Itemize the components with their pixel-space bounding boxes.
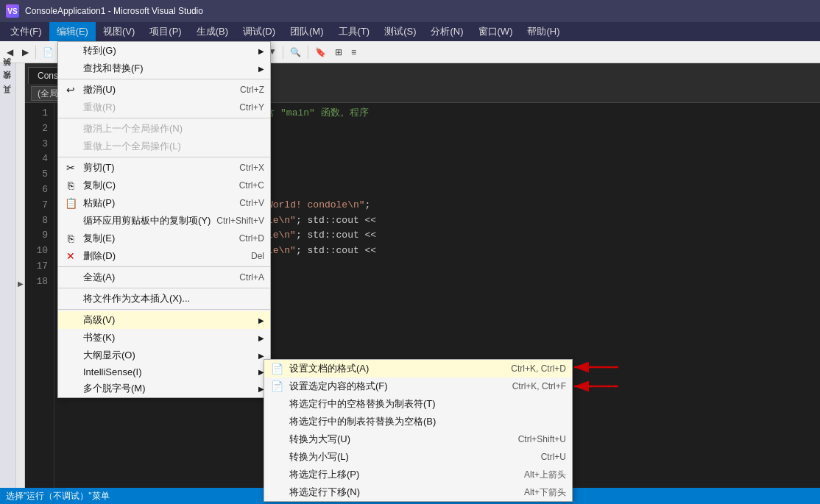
intellisense-label: IntelliSense(I) — [83, 366, 252, 377]
copy2-shortcut: Ctrl+D — [239, 233, 264, 244]
adv-spaces-to-tabs[interactable]: 将选定行中的制表符替换为空格(B) — [264, 413, 572, 430]
set-sel-format-shortcut: Ctrl+K, Ctrl+F — [512, 381, 566, 391]
bookmark-label: 书签(K) — [83, 331, 252, 344]
move-up-label: 将选定行上移(P) — [289, 468, 518, 481]
menu-divider-4 — [58, 266, 270, 267]
menu-intellisense[interactable]: IntelliSense(I) ▶ — [58, 364, 270, 380]
toolbar-sep-1 — [35, 46, 36, 59]
uppercase-shortcut: Ctrl+Shift+U — [518, 434, 566, 444]
toolbar-nav2-btn[interactable]: ≡ — [347, 45, 360, 60]
paste-shortcut: Ctrl+V — [239, 198, 264, 208]
adv-move-down[interactable]: 将选定行下移(N) Alt+下箭头 — [264, 483, 572, 501]
adv-uppercase[interactable]: 转换为大写(U) Ctrl+Shift+U — [264, 430, 572, 448]
menu-multi-caret[interactable]: 多个脱字号(M) ▶ — [58, 380, 270, 397]
paste-label: 粘贴(P) — [83, 196, 233, 210]
sidebar-tab-search[interactable]: 搜索 — [0, 79, 15, 93]
menu-outline[interactable]: 大纲显示(O) ▶ — [58, 347, 270, 364]
menu-undo[interactable]: ↩ 撤消(U) Ctrl+Z — [58, 81, 270, 99]
menu-edit[interactable]: 编辑(E) — [49, 22, 96, 41]
menu-redo[interactable]: 重做(R) Ctrl+Y — [58, 99, 270, 116]
menu-build[interactable]: 生成(B) — [189, 22, 236, 41]
advanced-label: 高级(V) — [83, 313, 252, 327]
set-doc-format-icon: 📄 — [270, 363, 283, 375]
undo-icon: ↩ — [64, 84, 77, 96]
sidebar-expand[interactable]: ▶ — [16, 63, 25, 504]
menu-undo-global[interactable]: 撤消上一个全局操作(N) — [58, 120, 270, 138]
menu-selectall[interactable]: 全选(A) Ctrl+A — [58, 269, 270, 286]
toolbar-search-btn[interactable]: 🔍 — [286, 45, 305, 60]
selectall-shortcut: Ctrl+A — [239, 272, 264, 283]
cut-icon: ✂ — [64, 162, 77, 174]
menu-copy2[interactable]: ⎘ 复制(E) Ctrl+D — [58, 230, 270, 247]
tabs-to-spaces-label: 将选定行中的空格替换为制表符(T) — [289, 397, 566, 411]
menu-delete[interactable]: ✕ 删除(D) Del — [58, 247, 270, 265]
paste-icon: 📋 — [64, 197, 77, 209]
menu-cycle-paste[interactable]: 循环应用剪贴板中的复制项(Y) Ctrl+Shift+V — [58, 212, 270, 230]
line-numbers: 1 2 3 4 5 6 7 8 9 10 17 18 — [25, 103, 54, 504]
menu-paste[interactable]: 📋 粘贴(P) Ctrl+V — [58, 194, 270, 212]
advanced-arrow-icon: ▶ — [258, 316, 264, 324]
menu-team[interactable]: 团队(M) — [283, 22, 331, 41]
findreplace-label: 查找和替换(F) — [83, 62, 252, 75]
multi-caret-label: 多个脱字号(M) — [83, 382, 252, 395]
adv-set-sel-format[interactable]: 📄 设置选定内容的格式(F) Ctrl+K, Ctrl+F — [264, 377, 572, 395]
cycle-paste-label: 循环应用剪贴板中的复制项(Y) — [83, 214, 211, 227]
copy2-icon: ⎘ — [64, 233, 77, 244]
cut-label: 剪切(T) — [83, 161, 233, 174]
menu-redo-global[interactable]: 重做上一个全局操作(L) — [58, 138, 270, 155]
toolbar-new-btn[interactable]: 📄 — [39, 45, 57, 60]
toolbar-sep-5 — [308, 46, 308, 59]
goto-arrow-icon: ▶ — [258, 47, 264, 55]
menu-bar: 文件(F) 编辑(E) 视图(V) 项目(P) 生成(B) 调试(D) 团队(M… — [0, 22, 820, 41]
menu-cut[interactable]: ✂ 剪切(T) Ctrl+X — [58, 159, 270, 177]
findreplace-arrow-icon: ▶ — [258, 65, 264, 73]
toolbar-nav1-btn[interactable]: ⊞ — [331, 45, 346, 60]
insert-file-label: 将文件作为文本插入(X)... — [83, 292, 264, 305]
vs-logo-icon: VS — [6, 4, 19, 18]
delete-icon: ✕ — [64, 250, 77, 262]
menu-help[interactable]: 帮助(H) — [520, 22, 567, 41]
set-doc-format-label: 设置文档的格式(A) — [289, 362, 505, 375]
menu-project[interactable]: 项目(P) — [142, 22, 188, 41]
menu-bookmark[interactable]: 书签(K) ▶ — [58, 329, 270, 347]
menu-goto[interactable]: 转到(G) ▶ — [58, 42, 270, 60]
set-sel-format-icon: 📄 — [270, 380, 283, 392]
undo-shortcut: Ctrl+Z — [240, 85, 264, 95]
selectall-label: 全选(A) — [83, 271, 233, 284]
toolbar-forward-btn[interactable]: ▶ — [18, 45, 32, 60]
adv-lowercase[interactable]: 转换为小写(L) Ctrl+U — [264, 448, 572, 466]
redo-global-label: 重做上一个全局操作(L) — [83, 140, 264, 153]
menu-tools[interactable]: 工具(T) — [331, 22, 378, 41]
menu-window[interactable]: 窗口(W) — [471, 22, 520, 41]
menu-divider-5 — [58, 288, 270, 288]
toolbar-bookmark-btn[interactable]: 🔖 — [311, 45, 330, 60]
vertical-sidebar: 解决 搜索 工具 — [0, 63, 16, 504]
delete-label: 删除(D) — [83, 249, 245, 263]
menu-view[interactable]: 视图(V) — [96, 22, 142, 41]
lowercase-shortcut: Ctrl+U — [541, 452, 566, 462]
menu-test[interactable]: 测试(S) — [377, 22, 423, 41]
adv-tabs-to-spaces[interactable]: 将选定行中的空格替换为制表符(T) — [264, 395, 572, 413]
redo-shortcut: Ctrl+Y — [239, 102, 264, 113]
cycle-paste-shortcut: Ctrl+Shift+V — [216, 216, 264, 226]
toolbar-back-btn[interactable]: ◀ — [3, 45, 17, 60]
adv-move-up[interactable]: 将选定行上移(P) Alt+上箭头 — [264, 466, 572, 483]
sidebar-tab-solve[interactable]: 解决 — [0, 66, 15, 79]
menu-divider-1 — [58, 79, 270, 79]
menu-insert-file[interactable]: 将文件作为文本插入(X)... — [58, 290, 270, 308]
menu-findreplace[interactable]: 查找和替换(F) ▶ — [58, 60, 270, 77]
cut-shortcut: Ctrl+X — [239, 163, 264, 173]
move-down-label: 将选定行下移(N) — [289, 486, 518, 499]
adv-set-doc-format[interactable]: 📄 设置文档的格式(A) Ctrl+K, Ctrl+D — [264, 360, 572, 377]
menu-analyze[interactable]: 分析(N) — [423, 22, 470, 41]
menu-debug[interactable]: 调试(D) — [236, 22, 283, 41]
menu-copy[interactable]: ⎘ 复制(C) Ctrl+C — [58, 177, 270, 194]
delete-shortcut: Del — [251, 251, 264, 261]
menu-advanced[interactable]: 高级(V) ▶ — [58, 311, 270, 329]
set-doc-format-shortcut: Ctrl+K, Ctrl+D — [511, 363, 566, 374]
sidebar-tab-tools[interactable]: 工具 — [0, 93, 15, 106]
uppercase-label: 转换为大写(U) — [289, 433, 512, 446]
menu-file[interactable]: 文件(F) — [3, 22, 49, 41]
spaces-to-tabs-label: 将选定行中的制表符替换为空格(B) — [289, 415, 566, 428]
title-bar: VS ConsoleApplication1 - Microsoft Visua… — [0, 0, 820, 22]
